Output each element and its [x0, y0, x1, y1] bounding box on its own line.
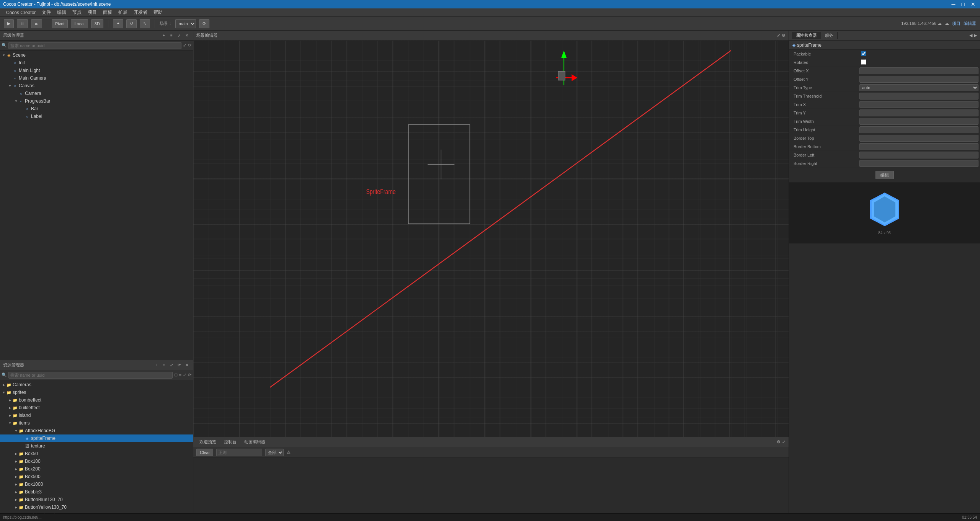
refresh-button[interactable]: ⟳ — [199, 19, 209, 28]
edit-button[interactable]: 编辑 — [875, 171, 894, 179]
asset-box200[interactable]: ▶ 📁 Box200 — [0, 465, 193, 473]
asset-collapse-icon[interactable]: ✕ — [184, 362, 190, 368]
tree-node-mainlight[interactable]: ○ Main Light — [0, 67, 193, 74]
asset-expand-icon[interactable]: ⤢ — [183, 372, 186, 377]
asset-spriteframe-selected[interactable]: ◈ spriteFrame — [0, 434, 193, 442]
trim-height-input[interactable]: 96 — [859, 126, 978, 133]
menu-project[interactable]: 项目 — [85, 8, 100, 16]
tree-node-progressbar[interactable]: ▼ ○ ProgressBar — [0, 97, 193, 105]
asset-list-icon[interactable]: ≡ — [161, 362, 167, 368]
menu-dev[interactable]: 开发者 — [131, 8, 150, 16]
console-maximize-icon[interactable]: ⤢ — [782, 439, 786, 444]
play-button[interactable]: ▶ — [4, 19, 14, 28]
asset-buttonblue[interactable]: ▶ 📁 ButtonBlue130_70 — [0, 496, 193, 503]
inspector-prev-icon[interactable]: ◀ — [969, 33, 972, 38]
log-level-select[interactable]: 全部 — [265, 449, 284, 456]
console-animation-tab[interactable]: 动画编辑器 — [241, 439, 268, 445]
editor-link[interactable]: 编辑器 — [964, 21, 976, 26]
transform-rotate[interactable]: ↺ — [126, 19, 137, 28]
clear-button[interactable]: Clear — [196, 449, 213, 456]
scene-label: Scene — [13, 52, 26, 58]
console-settings-icon[interactable]: ⚙ — [777, 439, 781, 444]
asset-view-icon1[interactable]: ⊞ — [174, 372, 178, 377]
border-top-input[interactable]: 0 — [859, 135, 978, 142]
scene-selector[interactable]: main — [175, 19, 196, 28]
scene-settings-icon[interactable]: ⚙ — [782, 33, 786, 38]
asset-filter-icon[interactable]: ⤢ — [168, 362, 175, 368]
menu-help[interactable]: 帮助 — [150, 8, 166, 16]
asset-box50[interactable]: ▶ 📁 Box50 — [0, 450, 193, 457]
asset-view-icon2[interactable]: ≡ — [179, 373, 181, 377]
tree-node-camera[interactable]: ○ Camera — [0, 90, 193, 97]
3d-button[interactable]: 3D — [91, 19, 103, 28]
tree-node-canvas[interactable]: ▼ ○ Canvas — [0, 82, 193, 90]
transform-scale[interactable]: ⤡ — [140, 19, 150, 28]
hierarchy-refresh-icon[interactable]: ⟳ — [188, 43, 191, 48]
trim-type-select[interactable]: auto custom — [859, 84, 978, 91]
tree-node-bar[interactable]: ○ Bar — [0, 105, 193, 113]
step-button[interactable]: ⏭ — [31, 19, 42, 28]
menu-cocos-creator[interactable]: Cocos Creator — [3, 9, 39, 16]
rotated-checkbox[interactable] — [861, 59, 866, 65]
filter-input[interactable] — [216, 449, 262, 456]
hierarchy-add-icon[interactable]: + — [161, 33, 167, 39]
asset-sprites[interactable]: ▼ 📁 sprites — [0, 389, 193, 396]
asset-box500[interactable]: ▶ 📁 Box500 — [0, 473, 193, 480]
scene-expand-icon[interactable]: ⤢ — [777, 33, 780, 38]
menu-node[interactable]: 节点 — [69, 8, 85, 16]
close-icon[interactable]: ✕ — [971, 1, 975, 7]
asset-refresh-icon[interactable]: ⟳ — [176, 362, 182, 368]
console-icon1[interactable]: ⚠ — [287, 450, 291, 455]
asset-box100[interactable]: ▶ 📁 Box100 — [0, 457, 193, 465]
tree-node-label[interactable]: ○ Label — [0, 113, 193, 120]
trim-threshold-input[interactable]: 1 — [859, 93, 978, 100]
hierarchy-collapse-icon[interactable]: ✕ — [184, 33, 190, 39]
tree-node-scene[interactable]: ▼ ◉ Scene — [0, 51, 193, 59]
asset-attackheadbg[interactable]: ▼ 📁 AttackHeadBG — [0, 427, 193, 434]
trim-y-input[interactable]: 0 — [859, 109, 978, 116]
asset-island[interactable]: ▶ 📁 island — [0, 412, 193, 419]
inspector-next-icon[interactable]: ▶ — [974, 33, 977, 38]
pause-button[interactable]: ⏸ — [17, 19, 28, 28]
trim-width-input[interactable]: 94 — [859, 118, 978, 125]
tree-node-maincamera[interactable]: ○ Main Camera — [0, 74, 193, 82]
menu-edit[interactable]: 编辑 — [54, 8, 69, 16]
packable-checkbox[interactable] — [861, 51, 866, 56]
menu-file[interactable]: 文件 — [39, 8, 54, 16]
offset-x-input[interactable]: 0 — [859, 67, 978, 74]
console-preview-tab[interactable]: 欢迎预览 — [196, 439, 219, 445]
border-bottom-input[interactable]: 0 — [859, 143, 978, 150]
tree-node-init[interactable]: ○ Init — [0, 59, 193, 67]
scene-canvas[interactable]: SpriteFrame — [193, 41, 789, 437]
inspector-tab-services[interactable]: 服务 — [821, 32, 838, 39]
hierarchy-expand-icon[interactable]: ⤢ — [176, 33, 182, 39]
asset-add-icon[interactable]: + — [153, 362, 159, 368]
asset-close-icon[interactable]: ⟳ — [188, 372, 191, 377]
project-link[interactable]: 项目 — [952, 21, 960, 26]
hierarchy-search-input[interactable] — [8, 42, 181, 49]
menu-panel[interactable]: 面板 — [100, 8, 115, 16]
hierarchy-menu-icon[interactable]: ≡ — [168, 33, 175, 39]
trim-x-input[interactable]: 0 — [859, 101, 978, 108]
border-left-input[interactable]: 0 — [859, 152, 978, 158]
asset-bombeffect[interactable]: ▶ 📁 bombeffect — [0, 396, 193, 404]
asset-cameras[interactable]: ▶ 📁 Cameras — [0, 381, 193, 389]
asset-search-input[interactable] — [8, 372, 173, 379]
inspector-tab-properties[interactable]: 属性检查器 — [792, 32, 821, 39]
asset-box1000[interactable]: ▶ 📁 Box1000 — [0, 480, 193, 488]
console-tab[interactable]: 控制台 — [221, 439, 240, 445]
pivot-button[interactable]: Pivot — [52, 19, 68, 28]
local-button[interactable]: Local — [71, 19, 88, 28]
minimize-icon[interactable]: ─ — [952, 1, 956, 7]
menu-extension[interactable]: 扩展 — [115, 8, 131, 16]
maximize-icon[interactable]: □ — [962, 1, 965, 7]
asset-texture[interactable]: 🖼 texture — [0, 442, 193, 450]
asset-buttonyellow[interactable]: ▶ 📁 ButtonYellow130_70 — [0, 503, 193, 511]
asset-items[interactable]: ▼ 📁 items — [0, 419, 193, 427]
transform-move[interactable]: ✦ — [113, 19, 123, 28]
asset-bubble3[interactable]: ▶ 📁 Bubble3 — [0, 488, 193, 496]
asset-buildeffect[interactable]: ▶ 📁 buildeffect — [0, 404, 193, 412]
offset-y-input[interactable]: 0 — [859, 76, 978, 83]
border-right-input[interactable]: 0 — [859, 160, 978, 167]
hierarchy-filter-icon[interactable]: ⤢ — [183, 43, 186, 48]
